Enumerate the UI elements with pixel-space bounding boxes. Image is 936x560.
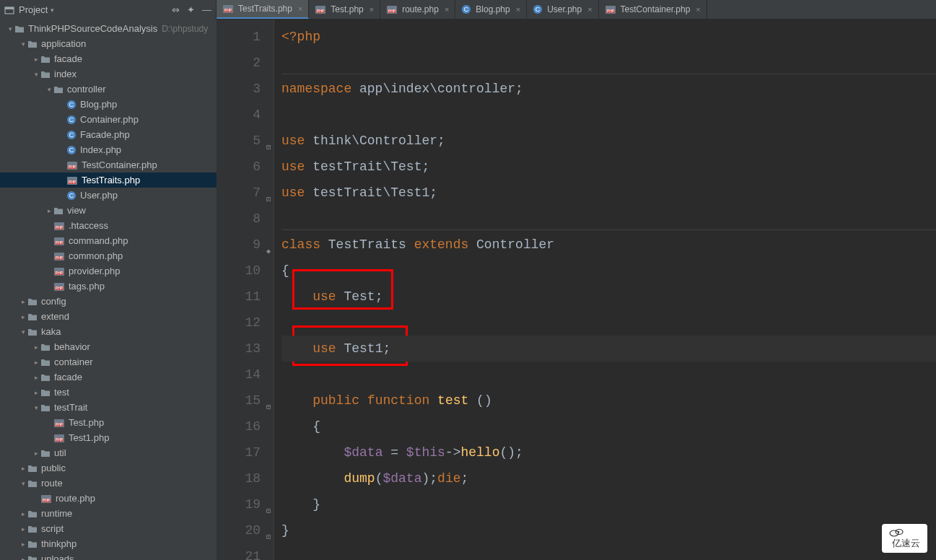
chevron-right-icon[interactable]: ▸ [32,450,40,457]
chevron-right-icon[interactable]: ▸ [19,525,27,533]
code-line-5[interactable]: use think\Controller; [281,128,936,154]
code-line-19[interactable]: } [281,491,936,517]
tree-item-facade[interactable]: ▸facade [0,51,216,66]
chevron-right-icon[interactable]: ▸ [19,510,27,517]
project-tree[interactable]: ▾ThinkPHPSourceCodeAnalysisD:\phpstudy▾a… [0,19,216,560]
tree-item-index-php[interactable]: CIndex.php [0,142,216,157]
tree-item-kaka[interactable]: ▾kaka [0,324,216,339]
tree-item-container[interactable]: ▸container [0,354,216,369]
chevron-down-icon[interactable]: ▾ [19,40,27,48]
close-icon[interactable]: × [298,4,302,13]
tree-item-public[interactable]: ▸public [0,460,216,476]
fold-icon[interactable]: ⊟ [263,135,271,142]
chevron-right-icon[interactable]: ▸ [32,374,40,381]
tree-item-tags-php[interactable]: PHPtags.php [0,279,216,294]
tree-item-common-php[interactable]: PHPcommon.php [0,248,216,263]
chevron-right-icon[interactable]: ▸ [19,313,27,320]
code-area[interactable]: <?php namespace app\index\controller; us… [274,19,936,560]
code-editor[interactable]: 12345⊟67⊡89◆101112131415⊟16171819⊡20⊡21 … [216,19,936,560]
fold-icon[interactable]: ⊡ [263,187,271,194]
code-line-21[interactable] [281,543,936,560]
code-line-17[interactable]: $data = $this->hello(); [281,439,936,465]
chevron-right-icon[interactable]: ▸ [32,344,40,351]
tab-testtraits-php[interactable]: PHPTestTraits.php× [216,0,309,19]
tree-item-uploads[interactable]: ▸uploads [0,551,216,560]
expand-icon[interactable]: ⇔ [172,4,180,15]
code-line-20[interactable]: } [281,517,936,543]
tree-item-index[interactable]: ▾index [0,66,216,82]
code-line-7[interactable]: use testTrait\Test1; [281,180,936,206]
code-line-13[interactable]: use Test1; [281,336,936,362]
tree-item-runtime[interactable]: ▸runtime [0,506,216,521]
tree-item-route-php[interactable]: PHProute.php [0,491,216,506]
code-line-1[interactable]: <?php [281,24,936,50]
tree-item-testtraits-php[interactable]: PHPTestTraits.php [0,172,216,188]
tree-item-facade-php[interactable]: CFacade.php [0,127,216,142]
tree-item-controller[interactable]: ▾controller [0,82,216,97]
fold-icon[interactable]: ◆ [263,239,271,246]
chevron-right-icon[interactable]: ▸ [19,465,27,472]
hide-icon[interactable]: — [202,4,211,15]
close-icon[interactable]: × [696,5,700,14]
close-icon[interactable]: × [369,5,374,14]
settings-icon[interactable]: ✦ [187,4,195,15]
chevron-right-icon[interactable]: ▸ [32,359,40,366]
code-line-15[interactable]: public function test () [281,388,936,414]
tree-item-testcontainer-php[interactable]: PHPTestContainer.php [0,157,216,172]
tree-item-config[interactable]: ▸config [0,294,216,309]
tree-item--htaccess[interactable]: PHP.htaccess [0,218,216,233]
code-line-8[interactable] [281,206,936,232]
chevron-down-icon[interactable]: ▾ [19,480,27,487]
chevron-right-icon[interactable]: ▸ [45,207,53,214]
tree-item-route[interactable]: ▾route [0,476,216,491]
code-line-2[interactable] [281,50,936,76]
code-line-18[interactable]: dump($data);die; [281,465,936,491]
tree-item-util[interactable]: ▸util [0,445,216,460]
tree-item-command-php[interactable]: PHPcommand.php [0,233,216,248]
code-line-3[interactable]: namespace app\index\controller; [281,76,936,102]
tree-item-test[interactable]: ▸test [0,385,216,400]
code-line-14[interactable] [281,362,936,388]
tree-item-extend[interactable]: ▸extend [0,309,216,324]
tree-item-thinkphp[interactable]: ▸thinkphp [0,536,216,551]
tree-item-application[interactable]: ▾application [0,36,216,51]
chevron-down-icon[interactable]: ▾ [51,6,54,14]
code-line-6[interactable]: use testTrait\Test; [281,154,936,180]
close-icon[interactable]: × [445,5,449,14]
tree-item-container-php[interactable]: CContainer.php [0,112,216,127]
fold-icon[interactable]: ⊟ [263,395,271,402]
tree-item-test-php[interactable]: PHPTest.php [0,415,216,430]
chevron-down-icon[interactable]: ▾ [19,328,27,336]
chevron-right-icon[interactable]: ▸ [32,56,40,63]
tree-item-script[interactable]: ▸script [0,521,216,536]
tab-route-php[interactable]: PHProute.php× [380,0,455,19]
tree-item-user-php[interactable]: CUser.php [0,188,216,203]
project-tool-header[interactable]: Project ▾ ⇔ ✦ — [0,0,216,19]
tree-item-blog-php[interactable]: CBlog.php [0,97,216,112]
code-line-12[interactable] [281,310,936,336]
chevron-down-icon[interactable]: ▾ [32,71,40,78]
chevron-right-icon[interactable]: ▸ [19,556,27,561]
tab-blog-php[interactable]: CBlog.php× [455,0,527,19]
tree-item-thinkphpsourcecodeanalysis[interactable]: ▾ThinkPHPSourceCodeAnalysisD:\phpstudy [0,21,216,36]
chevron-down-icon[interactable]: ▾ [45,86,53,93]
tree-item-view[interactable]: ▸view [0,203,216,218]
tab-test-php[interactable]: PHPTest.php× [309,0,380,19]
code-line-16[interactable]: { [281,414,936,439]
chevron-down-icon[interactable]: ▾ [32,404,40,411]
fold-icon[interactable]: ⊡ [263,499,271,506]
tree-item-facade[interactable]: ▸facade [0,369,216,385]
tab-testcontainer-php[interactable]: PHPTestContainer.php× [599,0,707,19]
tree-item-provider-php[interactable]: PHPprovider.php [0,263,216,279]
chevron-right-icon[interactable]: ▸ [19,298,27,305]
code-line-11[interactable]: use Test; [281,284,936,310]
close-icon[interactable]: × [587,5,592,14]
tree-item-testtrait[interactable]: ▾testTrait [0,400,216,415]
fold-icon[interactable]: ⊡ [263,525,271,532]
chevron-down-icon[interactable]: ▾ [6,25,14,32]
code-line-9[interactable]: class TestTraits extends Controller [281,232,936,258]
chevron-right-icon[interactable]: ▸ [19,541,27,548]
tree-item-test1-php[interactable]: PHPTest1.php [0,430,216,445]
close-icon[interactable]: × [516,5,520,14]
tree-item-behavior[interactable]: ▸behavior [0,339,216,354]
